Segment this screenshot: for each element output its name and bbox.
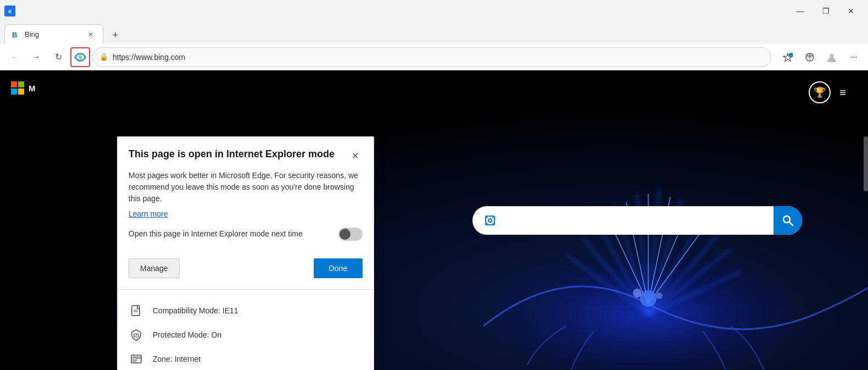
- svg-rect-47: [137, 357, 140, 358]
- window-controls: — ❐ ✕: [788, 2, 864, 20]
- ms-logo-red: [11, 81, 17, 87]
- learn-more-link[interactable]: Learn more: [129, 209, 168, 218]
- svg-point-33: [488, 219, 492, 222]
- compatibility-mode-text: Compatibility Mode: IE11: [153, 306, 238, 315]
- svg-point-3: [79, 56, 82, 59]
- ms-logo-yellow: [18, 89, 24, 95]
- bing-nav-right: 🏆 ≡: [809, 81, 846, 103]
- collections-icon: [805, 52, 815, 62]
- address-bar[interactable]: 🔒: [92, 47, 771, 67]
- zone-item: Zone: Internet: [129, 347, 363, 370]
- ie-mode-toggle[interactable]: [338, 228, 363, 241]
- svg-point-10: [830, 54, 834, 58]
- ie-mode-icon-button[interactable]: [70, 47, 90, 67]
- ie-logo-icon: [74, 51, 86, 63]
- favorites-button[interactable]: +: [778, 47, 798, 67]
- popup-body: Most pages work better in Microsoft Edge…: [118, 170, 374, 258]
- bing-menu-button[interactable]: ≡: [839, 86, 846, 99]
- popup-actions: Manage Done: [118, 258, 374, 287]
- svg-rect-40: [132, 306, 140, 316]
- compatibility-mode-item: Compatibility Mode: IE11: [129, 299, 363, 323]
- scroll-indicator[interactable]: [864, 136, 868, 191]
- main-content: M 🏆 ≡: [0, 70, 868, 370]
- background-creature: [374, 106, 868, 370]
- svg-point-31: [656, 292, 663, 299]
- protected-mode-icon: [129, 327, 144, 343]
- search-input[interactable]: [503, 216, 769, 225]
- restore-button[interactable]: ❐: [813, 2, 838, 20]
- shield-icon: [130, 329, 142, 341]
- svg-point-8: [810, 55, 813, 57]
- app-icon: e: [4, 5, 15, 16]
- bing-logo-area: M: [11, 81, 36, 95]
- toolbar: ← → ↻ 🔒 +: [0, 44, 868, 70]
- compatibility-icon: [129, 303, 144, 318]
- tab-favicon: B: [12, 30, 20, 39]
- profile-button[interactable]: [822, 47, 842, 67]
- collections-button[interactable]: [800, 47, 820, 67]
- ms-logo-green: [18, 81, 24, 87]
- bing-rewards-button[interactable]: 🏆: [809, 81, 831, 103]
- popup-toggle-row: Open this page in Internet Explorer mode…: [129, 228, 363, 241]
- profile-icon: [826, 51, 838, 63]
- tab-bar: B Bing ✕ +: [0, 22, 868, 44]
- title-bar: e — ❐ ✕: [0, 0, 868, 22]
- svg-point-30: [633, 289, 642, 297]
- popup-toggle-label: Open this page in Internet Explorer mode…: [129, 229, 338, 240]
- visual-search-icon: [483, 214, 497, 227]
- bing-favicon-icon: B: [12, 30, 20, 39]
- popup-title: This page is open in Internet Explorer m…: [129, 148, 347, 161]
- popup-header: This page is open in Internet Explorer m…: [118, 137, 374, 170]
- close-button[interactable]: ✕: [838, 2, 864, 20]
- favorites-icon: +: [783, 52, 793, 62]
- svg-point-44: [136, 334, 137, 335]
- ms-logo-blue: [11, 89, 17, 95]
- protected-mode-text: Protected Mode: On: [153, 330, 221, 339]
- forward-button[interactable]: →: [26, 47, 46, 67]
- popup-close-button[interactable]: ✕: [347, 148, 363, 163]
- tab-close-button[interactable]: ✕: [85, 29, 96, 40]
- toggle-knob: [340, 229, 350, 240]
- popup-info-list: Compatibility Mode: IE11 Protected Mode:…: [118, 292, 374, 370]
- more-options-button[interactable]: ···: [844, 47, 864, 67]
- url-input[interactable]: [113, 53, 764, 62]
- search-icon: [782, 214, 794, 227]
- back-button[interactable]: ←: [4, 47, 24, 67]
- search-button[interactable]: [774, 206, 802, 235]
- title-bar-left: e: [4, 5, 18, 16]
- tab-bing[interactable]: B Bing ✕: [4, 24, 103, 44]
- bing-brand-initial: M: [29, 84, 36, 93]
- svg-text:+: +: [790, 53, 792, 57]
- bing-search-area: [472, 206, 802, 235]
- document-icon: [130, 305, 142, 317]
- zone-text: Zone: Internet: [153, 355, 201, 363]
- tab-title: Bing: [25, 30, 81, 38]
- popup-divider: [118, 289, 374, 290]
- trophy-icon: 🏆: [814, 86, 826, 98]
- protected-mode-item: Protected Mode: On: [129, 323, 363, 347]
- svg-point-29: [640, 290, 656, 307]
- svg-rect-46: [133, 357, 136, 361]
- minimize-button[interactable]: —: [788, 2, 813, 20]
- bing-search-box: [472, 206, 802, 235]
- refresh-button[interactable]: ↻: [48, 47, 68, 67]
- manage-button[interactable]: Manage: [129, 258, 180, 278]
- zone-icon: [130, 353, 142, 365]
- svg-text:B: B: [12, 31, 17, 39]
- ie-mode-popup: This page is open in Internet Explorer m…: [117, 136, 374, 370]
- new-tab-button[interactable]: +: [105, 26, 125, 44]
- microsoft-logo: [11, 81, 24, 95]
- popup-description: Most pages work better in Microsoft Edge…: [129, 170, 363, 205]
- lock-icon: 🔒: [99, 53, 108, 61]
- visual-search-button[interactable]: [481, 212, 499, 229]
- zone-icon: [129, 351, 144, 367]
- toolbar-right: + ···: [778, 47, 864, 67]
- svg-line-39: [789, 222, 793, 225]
- svg-point-7: [807, 55, 809, 57]
- done-button[interactable]: Done: [314, 258, 363, 278]
